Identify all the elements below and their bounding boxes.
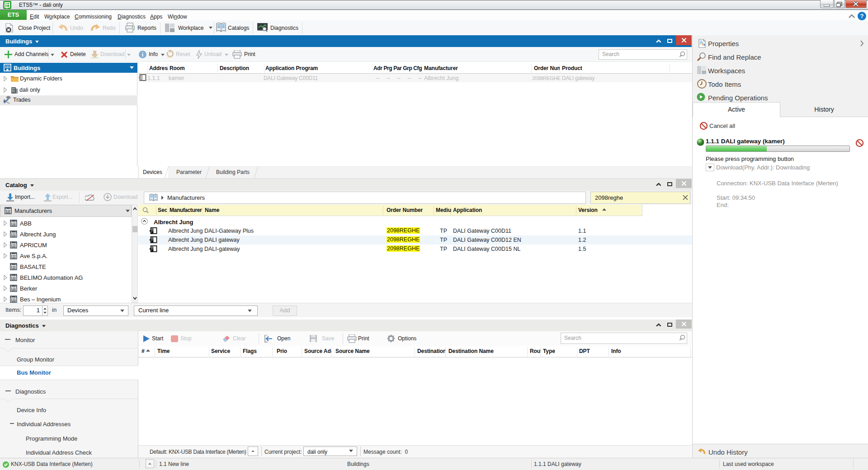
svg-text:?: ?: [860, 13, 864, 19]
